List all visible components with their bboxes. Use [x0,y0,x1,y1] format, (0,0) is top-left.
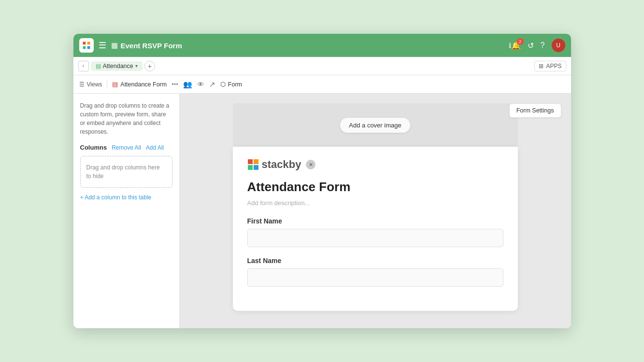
app-logo [79,38,94,53]
remove-logo-button[interactable]: ✕ [306,160,315,169]
last-name-label: Last Name [247,257,503,265]
form-logo: stackby [247,158,301,171]
form-card: stackby ✕ Attendance Form Add form descr… [233,147,518,311]
apps-icon: ⊞ [539,63,544,70]
add-tab-button[interactable]: + [144,61,155,71]
tab-back-button[interactable]: ‹ [78,61,89,71]
tabs-bar: ‹ ▤ Attendance ▾ + ⊞ APPS [73,57,571,75]
view-bar: ☰ Views ▤ Attendance Form ••• 👥 👁 ↗ ⬡ Fo… [73,75,571,94]
form-preview-area: Form Settings Add a cover image [180,94,571,328]
tab-label: Attendance [103,63,133,70]
notification-badge: 2 [517,38,524,45]
svg-rect-5 [254,159,258,164]
cover-wrapper: Add a cover image stackby [233,103,518,311]
svg-rect-0 [83,42,86,45]
columns-header: Columns Remove All Add All [80,144,172,151]
drag-drop-zone[interactable]: Drag and drop columns here to hide [80,156,172,188]
sidebar: Drag and drop columns to create a custom… [73,94,180,328]
sidebar-description: Drag and drop columns to create a custom… [80,101,172,136]
add-cover-image-button[interactable]: Add a cover image [340,118,410,133]
form-label: Form [228,81,242,88]
header-title: Event RSVP Form [121,42,506,50]
remove-all-link[interactable]: Remove All [112,144,141,151]
last-name-input[interactable] [247,268,503,287]
form-settings-button[interactable]: Form Settings [509,103,561,118]
view-divider [107,80,107,89]
svg-rect-4 [248,159,253,164]
cover-image-area[interactable]: Add a cover image [233,103,518,147]
header-actions: 🔔 2 ↺ ? U [511,39,565,52]
tab-table-icon: ▤ [96,63,101,70]
svg-rect-3 [87,46,90,49]
svg-rect-1 [87,42,90,45]
form-description[interactable]: Add form description... [247,199,503,207]
form-icon: ⬡ [220,81,226,88]
drag-drop-text: Drag and drop columns here to hide [86,164,160,180]
view-options-icon[interactable]: ••• [172,81,178,88]
add-column-link[interactable]: + Add a column to this table [80,194,152,201]
app-window: ☰ ▦ Event RSVP Form ℹ 🔔 2 ↺ ? U ‹ ▤ Atte… [73,34,571,328]
add-all-link[interactable]: Add All [146,144,164,151]
view-eye-icon[interactable]: 👁 [197,80,204,88]
attendance-tab[interactable]: ▤ Attendance ▾ [91,61,143,71]
apps-button[interactable]: ⊞ APPS [534,61,566,71]
tab-dropdown-icon[interactable]: ▾ [135,63,138,69]
help-button[interactable]: ? [541,41,545,50]
main-content: Drag and drop columns to create a custom… [73,94,571,328]
view-people-icon[interactable]: 👥 [183,80,192,89]
header-bar: ☰ ▦ Event RSVP Form ℹ 🔔 2 ↺ ? U [73,34,571,57]
hamburger-icon[interactable]: ☰ [99,40,106,51]
view-share-icon[interactable]: ↗ [209,80,215,89]
svg-rect-6 [248,165,253,170]
svg-rect-7 [254,165,258,170]
table-icon: ▦ [111,41,118,50]
active-view-label: Attendance Form [120,81,167,88]
avatar[interactable]: U [552,39,565,52]
form-view-tab[interactable]: ⬡ Form [220,81,242,88]
stackby-logo-icon [247,159,259,170]
form-logo-area: stackby ✕ [247,158,503,171]
notification-bell-button[interactable]: 🔔 2 [511,41,521,50]
form-logo-text: stackby [262,158,301,171]
views-label[interactable]: ☰ Views [79,81,102,88]
views-text: Views [87,81,102,88]
views-list-icon: ☰ [79,81,85,88]
first-name-input[interactable] [247,229,503,247]
first-name-label: First Name [247,217,503,225]
view-table-icon: ▤ [112,81,118,88]
active-view-tab[interactable]: ▤ Attendance Form [112,81,167,88]
columns-label: Columns [80,144,107,151]
history-button[interactable]: ↺ [528,41,534,50]
form-title: Attendance Form [247,180,503,195]
apps-label: APPS [546,63,561,70]
svg-rect-2 [83,46,86,49]
